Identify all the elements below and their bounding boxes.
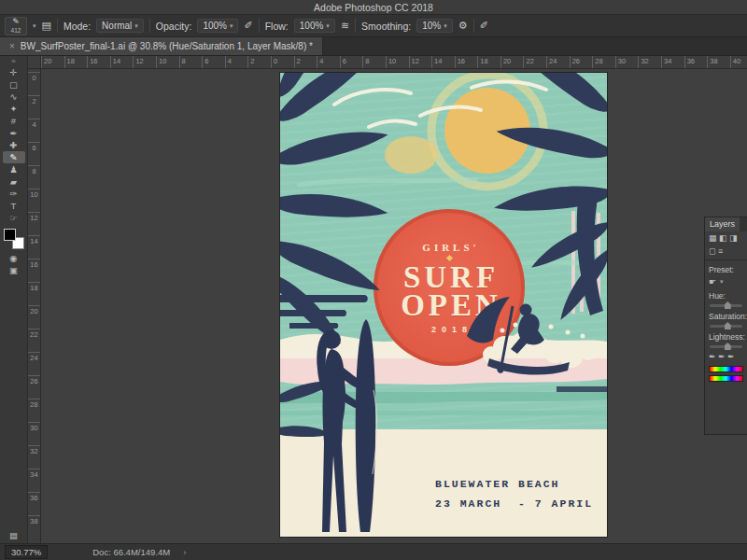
- ruler-number: 4: [225, 56, 248, 69]
- lightness-slider[interactable]: [710, 345, 742, 348]
- screen-mode-icon: ▣: [9, 264, 18, 276]
- quick-mask-button[interactable]: ◉: [3, 252, 25, 264]
- clone-stamp-tool[interactable]: ♟: [3, 163, 25, 175]
- targeted-adjustment-icon[interactable]: ☛: [709, 277, 716, 287]
- tool-icon: #: [11, 115, 16, 127]
- ruler-number: 30: [28, 422, 40, 445]
- foreground-color-swatch[interactable]: [4, 229, 16, 241]
- right-dock-panel: Layers ▦ ◧ ◨ ◻ ≡ Preset: ☛ ▾ Hue: Satura…: [704, 217, 747, 435]
- ruler-number: 26: [570, 56, 593, 69]
- layer-filter-icons[interactable]: ▦ ◧ ◨: [705, 231, 747, 245]
- ruler-number: 36: [28, 492, 40, 515]
- flow-dropdown[interactable]: 100% ▾: [294, 19, 335, 33]
- ruler-number: 12: [28, 212, 40, 235]
- quick-selection-tool[interactable]: ✦: [3, 103, 25, 115]
- brush-size-value: 412: [11, 26, 21, 35]
- ruler-number: 34: [28, 469, 40, 492]
- poster-document: GIRLS' SURF OPEN 2018: [280, 73, 607, 537]
- healing-brush-tool[interactable]: ✚: [3, 139, 25, 151]
- toolbar-overflow-button[interactable]: ▤: [3, 529, 25, 541]
- opacity-label: Opacity:: [156, 21, 192, 32]
- pressure-size-icon[interactable]: ✐: [480, 20, 488, 32]
- layers-panel-tab[interactable]: Layers: [705, 217, 740, 231]
- move-tool[interactable]: ✛: [3, 66, 25, 78]
- document-tab[interactable]: × BW_SurfPoster_final-1.ai @ 30.8% (Hue/…: [0, 37, 323, 55]
- hue-slider[interactable]: [710, 304, 742, 307]
- ruler-number: 4: [28, 119, 40, 142]
- ruler-number: 36: [684, 56, 708, 69]
- ruler-number: 4: [317, 56, 340, 69]
- pressure-opacity-icon[interactable]: ✐: [244, 20, 252, 32]
- ruler-number: 24: [546, 56, 570, 69]
- smoothing-value: 10%: [422, 21, 441, 31]
- chevron-down-icon: ▾: [444, 22, 447, 30]
- smoothing-dropdown[interactable]: 10% ▾: [416, 19, 453, 33]
- layer-kind-icons[interactable]: ◻ ≡: [705, 245, 747, 258]
- ruler-number: 6: [340, 56, 363, 69]
- ruler-number: 38: [28, 515, 40, 539]
- mode-value: Normal: [102, 21, 132, 31]
- pen-tool[interactable]: ✑: [3, 188, 25, 200]
- brush-preset-picker[interactable]: ✎ 412: [5, 17, 27, 35]
- preset-label: Preset:: [705, 262, 747, 275]
- targeted-adjustment-row: ☛ ▾: [705, 275, 747, 288]
- ruler-number: 0: [28, 72, 40, 95]
- poster-dates-text: 23 MARCH - 7 APRIL: [435, 497, 593, 510]
- saturation-slider[interactable]: [710, 325, 742, 328]
- poster-surf-text: SURF: [400, 263, 499, 291]
- ruler-number: 2: [247, 56, 271, 69]
- ruler-number: 20: [500, 56, 524, 69]
- overflow-icon: ▤: [9, 529, 18, 541]
- mode-dropdown[interactable]: Normal ▾: [96, 19, 144, 33]
- airbrush-icon[interactable]: ≋: [341, 20, 349, 32]
- type-tool[interactable]: T: [3, 200, 25, 212]
- ruler-number: 16: [28, 259, 40, 282]
- chevron-down-icon: ▾: [230, 22, 233, 30]
- tool-icon: ▢: [9, 78, 18, 91]
- ruler-number: 12: [409, 56, 432, 69]
- zoom-level-field[interactable]: 30.77%: [5, 545, 48, 559]
- saturation-label: Saturation:: [705, 309, 747, 322]
- tool-options-bar: ✎ 412 ▾ ▤ Mode: Normal ▾ Opacity: 100% ▾…: [0, 15, 747, 37]
- brush-settings-panel-icon[interactable]: ▤: [42, 20, 51, 32]
- eraser-tool[interactable]: ▰: [3, 175, 25, 188]
- hand-tool[interactable]: ☞: [3, 212, 25, 224]
- brush-tool[interactable]: ✎: [3, 151, 25, 163]
- ruler-number: 34: [661, 56, 684, 69]
- ruler-number: 38: [707, 56, 730, 69]
- ruler-origin-corner[interactable]: [28, 56, 41, 69]
- ruler-number: 28: [592, 56, 615, 69]
- vertical-ruler[interactable]: 02468101214161820222426283032343638: [28, 69, 41, 543]
- flow-value: 100%: [300, 21, 324, 31]
- close-icon[interactable]: ×: [9, 41, 15, 51]
- color-swatches[interactable]: [4, 229, 24, 249]
- gear-icon[interactable]: ⚙: [458, 20, 468, 32]
- tool-icon: ♟: [9, 163, 18, 175]
- lasso-tool[interactable]: ∿: [3, 91, 25, 103]
- ruler-number: 40: [730, 56, 747, 69]
- eyedropper-tool[interactable]: ✒: [3, 127, 25, 139]
- ruler-number: 14: [110, 56, 134, 69]
- crop-tool[interactable]: #: [3, 115, 25, 127]
- ruler-number: 32: [28, 445, 40, 469]
- horizontal-ruler[interactable]: 2018161412108642024681012141618202224262…: [28, 56, 747, 69]
- tool-icon: ✦: [10, 103, 18, 115]
- opacity-dropdown[interactable]: 100% ▾: [197, 19, 238, 33]
- hue-label: Hue:: [705, 288, 747, 301]
- toolbar-collapse-icon[interactable]: »: [11, 57, 15, 66]
- document-size-info: Doc: 66.4M/149.4M: [92, 547, 170, 557]
- chevron-down-icon: ▾: [720, 278, 724, 286]
- poster-girls-text: GIRLS': [418, 242, 479, 253]
- chevron-down-icon: ▾: [326, 22, 330, 30]
- flow-label: Flow:: [265, 21, 289, 32]
- opacity-value: 100%: [203, 21, 227, 31]
- chevron-right-icon[interactable]: ›: [183, 547, 186, 557]
- eyedropper-icons[interactable]: ✒ ✒ ✒: [705, 350, 747, 363]
- screen-mode-button[interactable]: ▣: [3, 264, 25, 276]
- ruler-number: 10: [156, 56, 179, 69]
- window-titlebar: Adobe Photoshop CC 2018: [0, 0, 747, 15]
- poster-venue-text: BLUEWATER BEACH: [435, 478, 560, 490]
- ruler-number: 8: [179, 56, 203, 69]
- marquee-tool[interactable]: ▢: [3, 78, 25, 91]
- tool-icon: ✑: [10, 188, 18, 200]
